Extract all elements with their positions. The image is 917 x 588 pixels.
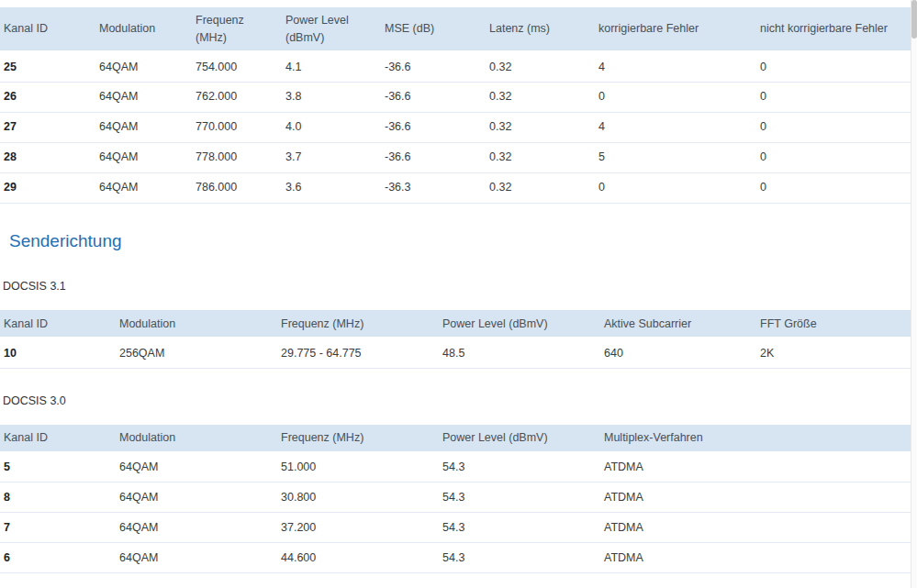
column-header: FFT Größe [753,310,911,338]
table-cell: 3.7 [278,142,377,172]
column-header: Kanal ID [0,425,112,452]
table-cell: 3.6 [278,172,377,203]
channel-info-page: Kanal IDModulationFrequenz (MHz)Power Le… [0,0,911,573]
table-cell: 27 [0,112,92,142]
docsis31-label: DOCSIS 3.1 [3,280,911,293]
table-cell: 4.1 [278,51,377,82]
docsis30-upstream-table: Kanal IDModulationFrequenz (MHz)Power Le… [0,425,911,574]
column-header: Modulation [92,7,188,51]
table-cell: 0 [591,82,753,112]
table-cell: 640 [597,338,753,368]
table-cell: 29.775 - 64.775 [274,338,435,368]
table-cell: -36.6 [377,82,482,112]
column-header: Power Level (dBmV) [435,310,597,338]
upstream-section-heading: Senderichtung [9,230,911,253]
table-cell: 3.8 [278,82,377,112]
table-cell: 0 [591,172,753,203]
table-cell: 64QAM [112,543,274,573]
table-cell: 0.32 [482,112,591,142]
table-cell: 4.0 [278,112,377,142]
table-cell: 51.000 [274,452,435,483]
column-header: Power Level (dBmV) [435,425,597,452]
table-cell: 64QAM [112,513,274,543]
table-cell: 754.000 [188,51,278,82]
docsis30-table-header: Kanal IDModulationFrequenz (MHz)Power Le… [0,425,911,452]
docsis31-table-body: 10256QAM29.775 - 64.77548.56402K [0,338,911,368]
table-cell: 770.000 [188,112,278,142]
table-row: 664QAM44.60054.3ATDMA [0,543,911,573]
table-cell: 2K [753,338,911,368]
column-header: Multiplex-Verfahren [597,425,911,452]
table-cell: 29 [0,172,92,203]
table-cell: -36.6 [377,51,482,82]
docsis30-label: DOCSIS 3.0 [3,394,911,407]
table-cell: 37.200 [274,513,435,543]
column-header: nicht korrigierbare Fehler [753,7,911,51]
table-cell: 10 [0,338,112,368]
column-header: Aktive Subcarrier [597,310,753,338]
table-cell: 0 [753,82,911,112]
table-cell: 4 [591,112,753,142]
table-row: 2864QAM778.0003.7-36.60.3250 [0,142,911,172]
table-cell: 64QAM [92,51,188,82]
table-cell: 64QAM [92,142,188,172]
table-cell: 0.32 [482,172,591,203]
downstream-table-header: Kanal IDModulationFrequenz (MHz)Power Le… [0,7,911,51]
table-row: 764QAM37.20054.3ATDMA [0,513,911,543]
table-cell: 8 [0,483,112,513]
table-row: 2764QAM770.0004.0-36.60.3240 [0,112,911,142]
column-header: Modulation [112,310,274,338]
table-cell: 0 [753,112,911,142]
table-row: 564QAM51.00054.3ATDMA [0,452,911,483]
table-cell: 25 [0,51,92,82]
table-cell: 0 [753,142,911,172]
table-row: 2564QAM754.0004.1-36.60.3240 [0,51,911,82]
table-row: 2664QAM762.0003.8-36.60.3200 [0,82,911,112]
column-header: MSE (dB) [377,7,482,51]
table-cell: 5 [591,142,753,172]
column-header: Frequenz (MHz) [274,425,435,452]
column-header: Power Level (dBmV) [278,7,377,51]
table-cell: 54.3 [435,452,597,483]
scrollbar-thumb[interactable] [911,0,917,39]
table-cell: 7 [0,513,112,543]
table-cell: ATDMA [597,452,911,483]
table-cell: 0 [753,172,911,203]
docsis30-table-body: 564QAM51.00054.3ATDMA864QAM30.80054.3ATD… [0,452,911,573]
table-cell: 64QAM [112,452,274,483]
table-cell: 64QAM [92,172,188,203]
column-header: Modulation [112,425,274,452]
docsis31-upstream-table: Kanal IDModulationFrequenz (MHz)Power Le… [0,310,911,369]
column-header: Frequenz (MHz) [188,7,278,51]
table-cell: 0.32 [482,142,591,172]
table-row: 10256QAM29.775 - 64.77548.56402K [0,338,911,368]
table-cell: 762.000 [188,82,278,112]
table-cell: -36.6 [377,142,482,172]
table-cell: 64QAM [92,82,188,112]
table-cell: 6 [0,543,112,573]
table-row: 2964QAM786.0003.6-36.30.3200 [0,172,911,203]
table-cell: ATDMA [597,543,911,573]
table-cell: 786.000 [188,172,278,203]
downstream-table-body: 2564QAM754.0004.1-36.60.32402664QAM762.0… [0,51,911,203]
table-cell: ATDMA [597,483,911,513]
column-header: Latenz (ms) [482,7,591,51]
table-cell: 778.000 [188,142,278,172]
table-row: 864QAM30.80054.3ATDMA [0,483,911,513]
table-cell: -36.3 [377,172,482,203]
vertical-scrollbar[interactable] [911,0,917,588]
table-cell: 54.3 [435,513,597,543]
table-cell: 0 [753,51,911,82]
table-cell: 5 [0,452,112,483]
table-cell: 64QAM [92,112,188,142]
table-cell: 48.5 [435,338,597,368]
table-cell: 54.3 [435,543,597,573]
table-cell: -36.6 [377,112,482,142]
table-cell: 0.32 [482,82,591,112]
column-header: Kanal ID [0,7,92,51]
table-cell: 28 [0,142,92,172]
table-cell: ATDMA [597,513,911,543]
column-header: Frequenz (MHz) [274,310,435,338]
table-cell: 30.800 [274,483,435,513]
docsis31-table-header: Kanal IDModulationFrequenz (MHz)Power Le… [0,310,911,338]
